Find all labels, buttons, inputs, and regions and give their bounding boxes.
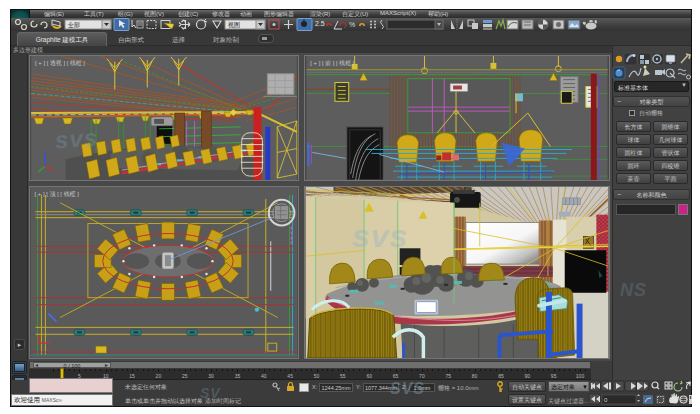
svg-text:[ + ] [ Camera001 ] [ 平滑 + 高光: [ + ] [ Camera001 ] [ 平滑 + 高光 ] [310, 191, 391, 198]
svg-text:[ + ] [ 顶 ] [ 线框 ]: [ + ] [ 顶 ] [ 线框 ] [35, 191, 80, 197]
svg-text:%: % [349, 21, 355, 28]
svg-text:[ + ] [ 透视 ] [ 线框 ]: [ + ] [ 透视 ] [ 线框 ] [35, 59, 85, 67]
svg-text:2.5: 2.5 [315, 20, 325, 27]
svg-text:全部: 全部 [67, 21, 80, 29]
svg-text:视图: 视图 [228, 21, 240, 29]
svg-text:[ + ] [ 前 ] [ 线框 ]: [ + ] [ 前 ] [ 线框 ] [310, 60, 354, 66]
